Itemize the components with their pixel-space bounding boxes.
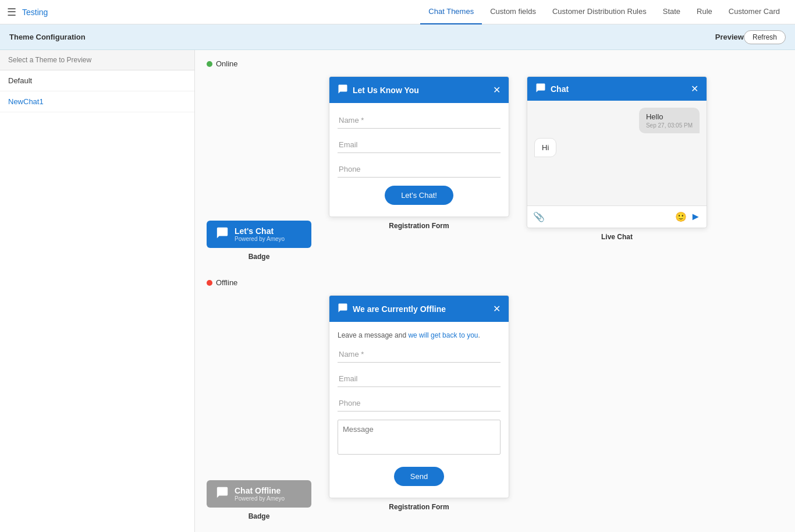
offline-reg-form-body: Leave a message and we will get back to … <box>329 322 509 498</box>
offline-section: Offline Chat Offline Powered by Ameyo <box>207 278 783 520</box>
reg-form-chat-icon <box>338 84 348 96</box>
sidebar-item-default[interactable]: Default <box>0 70 194 91</box>
sidebar-section-label: Select a Theme to Preview <box>0 50 194 70</box>
live-chat-header-icon <box>535 83 546 95</box>
online-reg-form-body: Let's Chat! <box>329 103 509 217</box>
send-icon[interactable]: ► <box>690 211 701 223</box>
online-preview-row: Let's Chat Powered by Ameyo Badge <box>207 76 783 261</box>
online-reg-form-header: Let Us Know You ✕ <box>329 77 509 103</box>
offline-subtitle: Leave a message and we will get back to … <box>338 331 501 339</box>
offline-badge-label: Badge <box>249 512 270 520</box>
offline-reg-form-title: We are Currently Offline <box>353 304 446 314</box>
preview-area: Online Let's Chat Powered by Ameyo <box>195 50 795 532</box>
tab-chat-themes[interactable]: Chat Themes <box>420 0 482 24</box>
offline-badge-title: Chat Offline <box>235 486 285 495</box>
online-label-text: Online <box>216 59 238 68</box>
online-reg-form-card: Let Us Know You ✕ Let's Chat! <box>329 76 509 217</box>
live-chat-body: Hello Sep 27, 03:05 PM Hi <box>527 101 707 205</box>
tab-custom-fields[interactable]: Custom fields <box>482 0 544 24</box>
online-reg-form-title: Let Us Know You <box>353 86 419 95</box>
chat-time: Sep 27, 03:05 PM <box>646 122 693 129</box>
offline-reg-form-chat-icon <box>338 303 348 315</box>
brand-label: Testing <box>22 8 48 17</box>
online-dot <box>207 61 212 67</box>
top-nav: ☰ Testing Chat Themes Custom fields Cust… <box>0 0 795 24</box>
live-chat-footer: 📎 🙂 ► <box>527 205 707 228</box>
sidebar: Select a Theme to Preview Default NewCha… <box>0 50 195 532</box>
offline-badge-widget[interactable]: Chat Offline Powered by Ameyo <box>207 480 311 508</box>
online-badge-widget[interactable]: Let's Chat Powered by Ameyo <box>207 221 311 248</box>
offline-subtitle-link[interactable]: we will get back to you <box>408 331 478 339</box>
online-status-label: Online <box>207 59 783 68</box>
offline-reg-form-label: Registration Form <box>389 503 449 511</box>
sub-header-title: Theme Configuration <box>9 33 517 41</box>
badge-text-wrap: Let's Chat Powered by Ameyo <box>235 226 285 242</box>
offline-badge-container: Chat Offline Powered by Ameyo Badge <box>207 295 311 520</box>
main-layout: Select a Theme to Preview Default NewCha… <box>0 50 795 532</box>
live-chat-label: Live Chat <box>601 233 633 241</box>
offline-name-input[interactable] <box>338 346 501 363</box>
offline-reg-form-close[interactable]: ✕ <box>493 303 501 314</box>
online-reg-form-close[interactable]: ✕ <box>493 84 501 95</box>
live-chat-card: Chat ✕ Hello Sep 27, 03:05 PM Hi <box>527 76 707 228</box>
tab-state[interactable]: State <box>655 0 688 24</box>
online-section: Online Let's Chat Powered by Ameyo <box>207 59 783 261</box>
online-badge-label: Badge <box>249 253 270 261</box>
live-chat-close[interactable]: ✕ <box>691 83 698 94</box>
offline-badge-text-wrap: Chat Offline Powered by Ameyo <box>235 486 285 502</box>
chat-input[interactable] <box>548 212 672 221</box>
lets-chat-button[interactable]: Let's Chat! <box>385 186 453 205</box>
menu-icon[interactable]: ☰ <box>7 6 16 19</box>
offline-preview-row: Chat Offline Powered by Ameyo Badge <box>207 295 783 520</box>
tab-rule[interactable]: Rule <box>688 0 721 24</box>
emoji-icon[interactable]: 🙂 <box>675 211 687 222</box>
badge-chat-icon <box>216 226 229 242</box>
online-name-input[interactable] <box>338 112 501 129</box>
chat-msg-left: Hi <box>542 143 549 152</box>
live-chat-title: Chat <box>551 84 569 94</box>
offline-dot <box>207 280 212 286</box>
sidebar-item-newchat1[interactable]: NewChat1 <box>0 91 194 112</box>
tab-customer-distribution-rules[interactable]: Customer Distribution Rules <box>544 0 655 24</box>
live-chat-container: Chat ✕ Hello Sep 27, 03:05 PM Hi <box>527 76 707 241</box>
offline-email-input[interactable] <box>338 371 501 387</box>
nav-tabs: Chat Themes Custom fields Customer Distr… <box>420 0 788 24</box>
live-chat-header: Chat ✕ <box>527 77 707 101</box>
offline-badge-chat-icon <box>216 486 229 502</box>
online-reg-form-container: Let Us Know You ✕ Let's Chat! Registrati… <box>329 76 509 230</box>
online-badge-title: Let's Chat <box>235 226 285 236</box>
offline-phone-input[interactable] <box>338 395 501 412</box>
sub-header: Theme Configuration Preview Refresh <box>0 24 795 50</box>
online-reg-form-label: Registration Form <box>389 222 449 230</box>
online-badge-powered: Powered by Ameyo <box>235 236 285 242</box>
preview-label: Preview <box>715 33 744 41</box>
offline-message-input[interactable] <box>338 420 501 455</box>
offline-status-label: Offline <box>207 278 783 287</box>
refresh-button[interactable]: Refresh <box>744 30 786 44</box>
chat-msg-right: Hello <box>646 112 693 121</box>
offline-reg-form-card: We are Currently Offline ✕ Leave a messa… <box>329 295 509 498</box>
offline-label-text: Offline <box>216 278 237 287</box>
online-email-input[interactable] <box>338 137 501 153</box>
tab-customer-card[interactable]: Customer Card <box>721 0 788 24</box>
chat-bubble-right: Hello Sep 27, 03:05 PM <box>639 108 700 133</box>
offline-reg-form-container: We are Currently Offline ✕ Leave a messa… <box>329 295 509 511</box>
offline-reg-form-header: We are Currently Offline ✕ <box>329 296 509 322</box>
attachment-icon[interactable]: 📎 <box>533 211 545 222</box>
offline-badge-powered: Powered by Ameyo <box>235 495 285 502</box>
send-button[interactable]: Send <box>394 467 444 486</box>
online-phone-input[interactable] <box>338 161 501 178</box>
online-badge-container: Let's Chat Powered by Ameyo Badge <box>207 76 311 261</box>
chat-bubble-left: Hi <box>534 138 556 157</box>
